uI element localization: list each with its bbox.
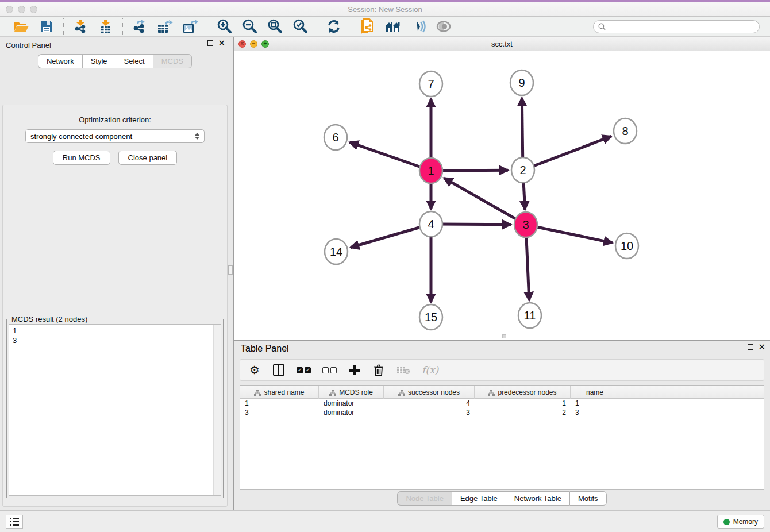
close-table-panel-icon[interactable]: ✕ [758, 344, 765, 350]
home-button[interactable] [383, 18, 403, 35]
export-image-button[interactable] [180, 18, 200, 35]
table-cell[interactable]: dominator [319, 399, 384, 408]
table-cell[interactable]: 3 [571, 408, 619, 417]
edge-1-to-6[interactable] [350, 142, 431, 171]
graph-node-11[interactable]: 11 [518, 303, 541, 328]
network-maximize-button[interactable]: + [261, 40, 269, 48]
float-table-panel-icon[interactable] [748, 344, 753, 350]
graph-node-6[interactable]: 6 [324, 125, 347, 150]
tab-network[interactable]: Network [38, 54, 82, 68]
tab-select[interactable]: Select [116, 54, 153, 68]
node-label: 4 [428, 218, 434, 230]
table-cell[interactable]: 1 [475, 399, 571, 408]
column-header-predecessor-nodes[interactable]: predecessor nodes [475, 386, 571, 399]
column-header-shared-name[interactable]: shared name [240, 386, 319, 399]
table-cell[interactable]: 3 [240, 408, 319, 417]
graph-node-15[interactable]: 15 [419, 304, 442, 330]
node-table[interactable]: shared nameMCDS rolesuccessor nodesprede… [240, 385, 764, 490]
select-all-button[interactable] [297, 363, 311, 377]
column-header-label: predecessor nodes [498, 388, 556, 396]
tab-node-table[interactable]: Node Table [397, 491, 452, 506]
apply-layout-button[interactable] [324, 18, 344, 35]
mcds-result-area[interactable]: 1 3 [9, 324, 221, 496]
table-row[interactable]: 1dominator411 [240, 399, 764, 408]
network-canvas[interactable]: 7968124314101511 [234, 51, 770, 340]
add-row-button[interactable] [348, 363, 361, 377]
panel-splitter-handle[interactable] [228, 265, 233, 275]
table-cell[interactable]: 3 [384, 408, 475, 417]
search-input[interactable] [609, 22, 754, 30]
table-cell[interactable]: 2 [475, 408, 571, 417]
graph-node-10[interactable]: 10 [615, 233, 638, 259]
close-panel-button[interactable]: Close panel [118, 151, 178, 165]
column-header-name[interactable]: name [571, 386, 619, 399]
open-session-button[interactable] [11, 18, 31, 35]
graph-node-4[interactable]: 4 [419, 211, 442, 237]
tab-edge-table[interactable]: Edge Table [452, 491, 506, 506]
node-label: 15 [425, 311, 437, 323]
network-window-title: scc.txt [234, 40, 770, 48]
memory-status-icon [723, 519, 730, 525]
graph-node-2[interactable]: 2 [511, 157, 534, 183]
canvas-resize-grip[interactable] [502, 334, 506, 338]
column-header-successor-nodes[interactable]: successor nodes [384, 386, 475, 399]
network-graph: 7968124314101511 [234, 51, 770, 340]
edge-3-to-1[interactable] [444, 178, 526, 225]
show-columns-button[interactable] [272, 363, 285, 377]
trash-icon [374, 364, 384, 376]
table-row[interactable]: 3dominator323 [240, 408, 764, 417]
search-field[interactable] [593, 20, 760, 33]
network-close-button[interactable]: × [238, 40, 246, 48]
zoom-in-button[interactable] [214, 18, 234, 35]
delete-rows-button[interactable] [372, 363, 385, 377]
import-network-button[interactable] [71, 18, 90, 35]
tab-style[interactable]: Style [82, 54, 116, 68]
edge-4-to-14[interactable] [351, 224, 431, 248]
column-header-MCDS-role[interactable]: MCDS role [319, 386, 384, 399]
task-history-button[interactable] [6, 515, 23, 529]
table-cell[interactable]: 1 [240, 399, 319, 408]
network-from-file-button[interactable] [358, 18, 378, 35]
delete-table-button[interactable] [396, 363, 410, 377]
zoom-fit-button[interactable] [265, 18, 284, 35]
table-cell[interactable]: dominator [319, 408, 384, 417]
tab-network-table[interactable]: Network Table [506, 491, 569, 506]
graph-node-8[interactable]: 8 [614, 118, 637, 144]
dropdown-stepper-icon [195, 133, 199, 140]
graph-node-1[interactable]: 1 [419, 158, 442, 183]
graph-node-3[interactable]: 3 [514, 212, 537, 237]
graph-node-14[interactable]: 14 [325, 239, 348, 264]
edge-3-to-10[interactable] [526, 225, 613, 243]
close-panel-icon[interactable]: ✕ [218, 40, 225, 46]
memory-button[interactable]: Memory [717, 515, 764, 529]
table-panel: Table Panel ✕ ⚙ f(x) shared nameMCDS rol… [233, 340, 770, 510]
zoom-out-button[interactable] [240, 18, 259, 35]
float-panel-icon[interactable] [207, 40, 213, 46]
column-settings-button[interactable]: ⚙ [248, 363, 261, 377]
function-builder-button[interactable]: f(x) [422, 363, 438, 377]
export-table-button[interactable] [155, 18, 175, 35]
node-label: 3 [522, 218, 529, 231]
graph-node-9[interactable]: 9 [510, 70, 533, 95]
hide-graphics-details-button[interactable] [434, 18, 453, 35]
search-area [593, 20, 760, 33]
run-mcds-button[interactable]: Run MCDS [53, 151, 110, 165]
save-session-button[interactable] [37, 18, 56, 35]
result-scrollbar[interactable] [213, 325, 221, 495]
column-header-label: successor nodes [408, 388, 460, 396]
column-header-label: MCDS role [339, 388, 373, 396]
deselect-all-button[interactable] [322, 363, 337, 377]
criterion-dropdown[interactable]: strongly connected component [25, 129, 205, 143]
export-network-button[interactable] [130, 18, 149, 35]
network-window-titlebar[interactable]: × − + scc.txt [234, 37, 770, 51]
network-minimize-button[interactable]: − [250, 40, 257, 48]
table-cell[interactable]: 1 [571, 399, 619, 408]
import-table-button[interactable] [96, 18, 116, 35]
graph-node-7[interactable]: 7 [419, 71, 442, 97]
style-preview-button[interactable] [409, 18, 428, 35]
zoom-selected-button[interactable] [290, 18, 310, 35]
tab-mcds[interactable]: MCDS [153, 54, 192, 68]
tab-motifs[interactable]: Motifs [569, 491, 607, 506]
table-cell[interactable]: 4 [384, 399, 475, 408]
edge-2-to-8[interactable] [523, 136, 611, 170]
